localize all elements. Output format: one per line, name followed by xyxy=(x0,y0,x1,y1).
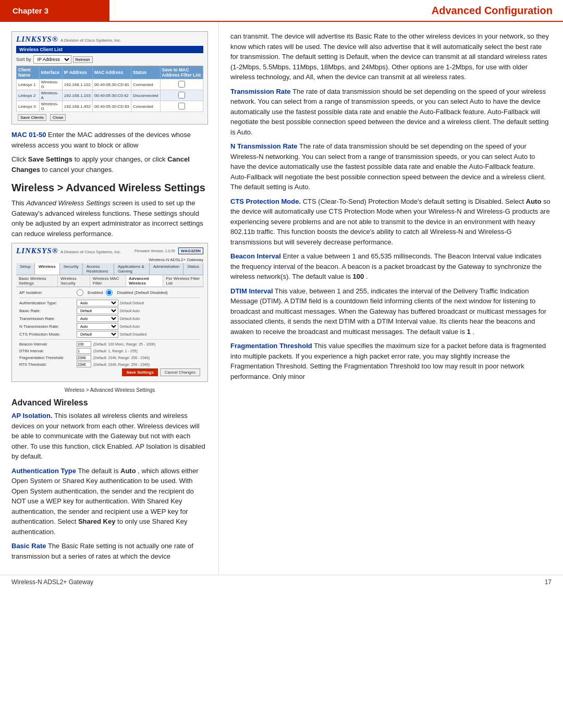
save-checkbox[interactable] xyxy=(178,92,185,98)
cell-iface: Wireless-G xyxy=(39,79,62,90)
dtim-text: This value, between 1 and 255, indicates… xyxy=(230,287,546,336)
cts-select[interactable]: Default xyxy=(77,331,118,338)
cell-ip: 192.168.1.102 xyxy=(62,79,92,90)
cts-text: CTS (Clear-To-Send) Protection Mode's de… xyxy=(303,198,524,205)
tx-rate-term: Transmission Rate xyxy=(230,88,291,95)
tab-setup[interactable]: Setup xyxy=(16,263,35,275)
aws-n-tx-rate-row: N Transmission Rate: Auto Default Auto xyxy=(19,323,200,330)
n-tx-rate-default: Default Auto xyxy=(120,325,140,328)
aws-auth-row: Authentication Type: Auto Default Defaul… xyxy=(19,300,200,306)
auth-type-paragraph: Authentication Type The default is Auto … xyxy=(11,466,208,537)
wcl-refresh-btn[interactable]: Refresh xyxy=(73,56,93,63)
chapter-label: Chapter 3 xyxy=(0,0,109,21)
aws-screenshot: LINKSYS® A Division of Cisco Systems, In… xyxy=(11,243,208,382)
frag-term: Fragmentation Threshold xyxy=(230,342,312,350)
subtab-mac[interactable]: Wireless MAC Filter xyxy=(90,275,126,287)
n-tx-rate-value: Auto Default Auto xyxy=(77,323,140,330)
ap-isolation-disabled-radio[interactable] xyxy=(106,289,113,296)
intro-italic: Advanced Wireless Settings xyxy=(26,199,111,207)
dtim-hint: (Default: 1, Range: 1 - 255) xyxy=(93,349,138,353)
auth-type-term: Authentication Type xyxy=(11,467,76,475)
aws-linksys-logo: LINKSYS® xyxy=(16,246,58,255)
dtim-bold: 1 xyxy=(467,328,471,336)
n-tx-rate-select[interactable]: Auto xyxy=(77,323,118,330)
frag-paragraph: Fragmentation Threshold This value speci… xyxy=(230,341,552,381)
subtab-security[interactable]: Wireless Security xyxy=(58,275,90,287)
divider-2 xyxy=(19,339,200,340)
basic-rate-label: Basic Rate: xyxy=(19,309,77,313)
tab-admin[interactable]: Administration xyxy=(150,263,184,275)
cell-name: Linksys 3 xyxy=(17,101,40,112)
right-column: can transmit. The device will advertise … xyxy=(219,22,563,575)
tab-apps[interactable]: Applications & Gaming xyxy=(114,263,150,275)
page-footer: Wireless-N ADSL2+ Gateway 17 xyxy=(0,575,563,589)
aws-save-btn[interactable]: Save Settings xyxy=(122,368,157,376)
wcl-btn-row: Save Clients Close xyxy=(16,114,203,121)
tab-security[interactable]: Security xyxy=(60,263,83,275)
frag-input[interactable] xyxy=(77,355,91,361)
tx-rate-select[interactable]: Auto xyxy=(77,315,118,322)
tx-rate-default: Default Auto xyxy=(120,317,140,320)
cell-name: Linksys 2 xyxy=(17,90,40,101)
aws-ap-isolation-row: AP Isolation: Enabled Disabled (Default … xyxy=(19,289,200,296)
beacon-paragraph: Beacon Interval Enter a value between 1 … xyxy=(230,251,552,282)
cell-name: Linksys 1 xyxy=(17,79,40,90)
mac-paragraph: MAC 01-50 Enter the MAC addresses of the… xyxy=(11,130,208,150)
cell-save[interactable] xyxy=(160,79,203,90)
aws-cancel-btn[interactable]: Cancel Changes xyxy=(160,368,200,376)
tab-wireless[interactable]: Wireless xyxy=(35,263,60,275)
sort-select[interactable]: IP Address xyxy=(33,55,71,64)
cts-paragraph: CTS Protection Mode. CTS (Clear-To-Send)… xyxy=(230,196,552,248)
ap-isolation-paragraph: AP Isolation. This isolates all wireless… xyxy=(11,411,208,462)
beacon-hint: (Default: 100 Msec, Range: 25 - 1000) xyxy=(93,342,155,346)
page-header: Chapter 3 Advanced Configuration xyxy=(0,0,563,22)
save-click-text: Click xyxy=(11,155,28,163)
wcl-close-btn[interactable]: Close xyxy=(50,114,66,121)
cts-bold: Auto xyxy=(526,198,542,205)
cell-status: Disconnected xyxy=(131,90,160,101)
auth-type-bold: Auto xyxy=(120,467,136,475)
page-body: LINKSYS® A Division of Cisco Systems, In… xyxy=(0,22,563,575)
subtab-basic[interactable]: Basic Wireless Settings xyxy=(16,275,58,287)
basic-rate-cont-text: can transmit. The device will advertise … xyxy=(230,32,549,81)
save-mid: to apply your changes, or click xyxy=(75,155,167,163)
footer-right: 17 xyxy=(545,578,552,586)
aws-firmware: Firmware Version: 1.0.00 xyxy=(134,249,175,253)
footer-left: Wireless-N ADSL2+ Gateway xyxy=(11,578,93,586)
ap-isolation-enabled-radio[interactable] xyxy=(77,289,83,296)
ap-enabled-label: Enabled xyxy=(88,290,103,295)
dtim-term: DTIM Interval xyxy=(230,287,273,295)
cell-iface: Wireless-G xyxy=(39,101,62,112)
cell-save[interactable] xyxy=(160,90,203,101)
tab-access[interactable]: Access Restrictions xyxy=(83,263,114,275)
basic-rate-select[interactable]: Default xyxy=(77,307,118,314)
wcl-save-btn[interactable]: Save Clients xyxy=(18,114,46,121)
chapter-text: Chapter 3 xyxy=(13,6,48,15)
aws-nav-tabs: Setup Wireless Security Access Restricti… xyxy=(16,263,203,275)
aws-beacon-row: Beacon Interval: (Default: 100 Msec, Ran… xyxy=(19,341,200,347)
table-row: Linksys 1Wireless-G192.168.1.10200:40:05… xyxy=(17,79,203,90)
subtab-advanced[interactable]: Advanced Wireless xyxy=(126,275,163,287)
dtim-input[interactable] xyxy=(77,348,91,354)
basic-rate-cont-paragraph: can transmit. The device will advertise … xyxy=(230,31,552,82)
auth-type-select[interactable]: Auto xyxy=(77,300,118,306)
aws-content: AP Isolation: Enabled Disabled (Default … xyxy=(16,287,203,378)
beacon-label: Beacon Interval: xyxy=(19,342,77,347)
cell-status: Connected xyxy=(131,101,160,112)
save-checkbox[interactable] xyxy=(178,81,185,88)
wcl-table: Client Name Interface IP Address MAC Add… xyxy=(16,66,203,112)
subtab-wds[interactable]: For Wireless Filter List xyxy=(163,275,203,287)
rts-input[interactable] xyxy=(77,362,91,367)
ap-isolation-term: AP Isolation. xyxy=(11,412,53,419)
aws-sub-tabs: Basic Wireless Settings Wireless Securit… xyxy=(16,275,203,287)
section-heading-text: Wireless > Advanced Wireless Settings xyxy=(11,182,205,193)
cell-save[interactable] xyxy=(160,101,203,112)
tab-status[interactable]: Status xyxy=(183,263,203,275)
rts-hint: (Default: 2346, Range: 256 - 2346) xyxy=(93,363,150,366)
beacon-term: Beacon Interval xyxy=(230,252,281,260)
beacon-input[interactable] xyxy=(77,341,91,347)
col-ip: IP Address xyxy=(62,66,92,79)
intro-start: This xyxy=(11,199,26,207)
save-checkbox[interactable] xyxy=(178,103,185,109)
aws-tx-rate-row: Transmission Rate: Auto Default Auto xyxy=(19,315,200,322)
